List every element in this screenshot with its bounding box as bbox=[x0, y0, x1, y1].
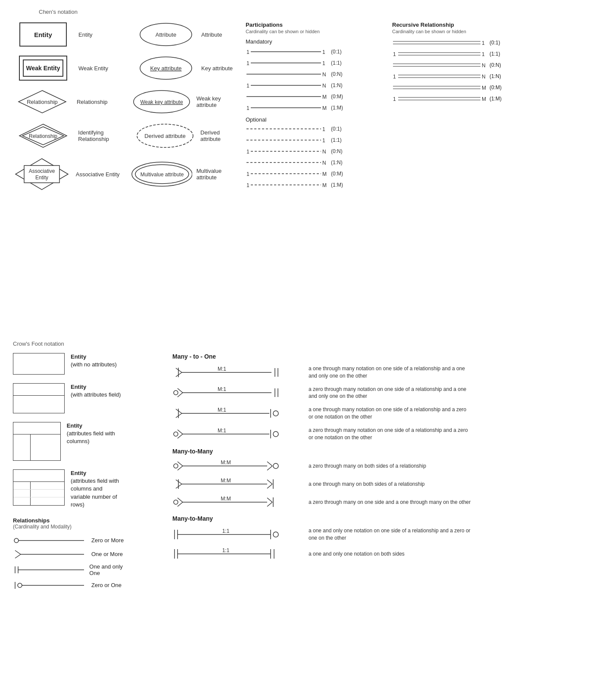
cf-entity-cols-label: Entity (attributes field with columns) bbox=[67, 422, 134, 446]
rel-label-one-only: One and only One bbox=[89, 563, 134, 576]
cf-entity-var bbox=[13, 469, 65, 506]
svg-line-75 bbox=[15, 554, 21, 558]
entity-shape: Entity bbox=[19, 22, 67, 47]
attribute-label: Attribute bbox=[201, 31, 222, 38]
rel-row-one-or-more: One or More bbox=[13, 550, 134, 559]
chens-row-identifying: Relationship Identifying Relationship De… bbox=[13, 122, 241, 149]
participations-section: Participations Cardinality can be shown … bbox=[246, 22, 384, 192]
svg-text:1: 1 bbox=[246, 49, 249, 55]
svg-text:N: N bbox=[482, 74, 486, 80]
part-row-1:1-mandatory: 1 1 (1:1) bbox=[246, 59, 384, 67]
svg-text:1: 1 bbox=[246, 171, 249, 177]
part-row-1:N-mandatory: 1 N (1:N) bbox=[246, 81, 384, 90]
crows-right-panel: Many - to - One M:1 bbox=[147, 353, 592, 594]
svg-point-118 bbox=[273, 463, 278, 469]
rel-section: Relationships (Cardinality and Modality)… bbox=[13, 517, 134, 590]
part-row-0:N-mandatory: N (0:N) bbox=[246, 70, 384, 78]
rec-row-0:N: N (0:N) bbox=[392, 61, 539, 69]
svg-line-97 bbox=[176, 409, 182, 413]
svg-point-81 bbox=[18, 583, 22, 588]
crows-left-panel: Entity (with no attributes) Entity (with… bbox=[13, 353, 134, 594]
svg-text:1: 1 bbox=[482, 51, 485, 57]
rel-row-zero-or-more: Zero or More bbox=[13, 536, 134, 545]
part-opt-row-1:M: 1 M (1:M) bbox=[246, 181, 384, 189]
m2m-desc-3: a zero through many on one side and a on… bbox=[309, 499, 471, 506]
rec-row-0:M: M (0:M) bbox=[392, 83, 539, 92]
one-only-icon bbox=[13, 565, 84, 575]
svg-text:N: N bbox=[322, 83, 326, 89]
svg-text:Weak key attribute: Weak key attribute bbox=[140, 99, 183, 105]
svg-line-112 bbox=[178, 462, 183, 466]
svg-point-127 bbox=[174, 500, 178, 504]
part-opt-row-0:1: 1 (0:1) bbox=[246, 125, 384, 133]
identifying-relationship-diamond: Relationship bbox=[17, 122, 69, 149]
key-attribute-ellipse: Key attribute bbox=[138, 55, 194, 81]
svg-text:N: N bbox=[322, 160, 326, 166]
rec-row-0:1: 1 (0:1) bbox=[392, 38, 539, 47]
part-row-0:1-mandatory: 1 1 (0:1) bbox=[246, 47, 384, 56]
svg-line-105 bbox=[178, 430, 183, 434]
entity-label: Entity bbox=[78, 31, 126, 38]
svg-point-90 bbox=[174, 391, 178, 395]
svg-line-124 bbox=[267, 480, 272, 484]
svg-text:1: 1 bbox=[322, 60, 325, 66]
cf-entity-cols bbox=[13, 422, 61, 461]
m2o-desc-2: a zero through many notation on one side… bbox=[309, 386, 472, 400]
weak-key-ellipse: Weak key attribute bbox=[131, 89, 192, 115]
m2o-desc-4: a zero through many notation on one side… bbox=[309, 427, 472, 441]
m2m-line-2: M:M bbox=[172, 478, 302, 490]
derived-attribute-label: Derived attribute bbox=[200, 129, 241, 142]
rel-row-one-only: One and only One bbox=[13, 563, 134, 576]
cf-entity-var-label: Entity (attributes field with columns an… bbox=[71, 469, 127, 509]
rel-label-zero-or-more: Zero or More bbox=[91, 537, 124, 544]
cf-entity-attr bbox=[13, 383, 65, 413]
m2o-row-2: M:1 a zero through many notation on one … bbox=[172, 386, 592, 400]
m2m-line-1: M:M bbox=[172, 460, 302, 472]
svg-text:M:M: M:M bbox=[221, 460, 231, 466]
svg-line-83 bbox=[176, 368, 182, 372]
svg-text:1: 1 bbox=[246, 149, 249, 155]
m2o-row-1: M:1 a one through many notation on one s… bbox=[172, 365, 592, 380]
rel-label-one-or-more: One or More bbox=[91, 551, 123, 557]
part-row-0:M-mandatory: M (0:M) bbox=[246, 92, 384, 101]
svg-text:1: 1 bbox=[246, 83, 249, 89]
svg-line-125 bbox=[267, 484, 272, 488]
m2o-line-4: M:1 bbox=[172, 428, 302, 440]
svg-point-104 bbox=[174, 432, 178, 436]
m2m-desc-2: a one through many on both sides of a re… bbox=[309, 481, 425, 488]
svg-text:N: N bbox=[322, 149, 326, 155]
chens-row-entity: Entity Entity Attribute Attribute bbox=[13, 22, 241, 47]
svg-text:M: M bbox=[482, 96, 486, 102]
one-or-more-icon bbox=[13, 550, 86, 559]
zero-or-more-icon bbox=[13, 536, 86, 545]
many-to-many-title: Many-to-Many bbox=[172, 448, 592, 455]
svg-point-72 bbox=[14, 538, 19, 543]
svg-text:M: M bbox=[322, 94, 327, 100]
associative-entity-shape: Associative Entity bbox=[14, 157, 70, 191]
svg-text:Attribute: Attribute bbox=[155, 31, 176, 38]
chens-row-associative: Associative Entity Associative Entity Mu… bbox=[13, 157, 241, 191]
svg-text:M:M: M:M bbox=[221, 478, 231, 484]
derived-attribute-ellipse: Derived attribute bbox=[135, 122, 195, 149]
svg-line-120 bbox=[176, 484, 182, 488]
svg-text:M:1: M:1 bbox=[218, 366, 226, 372]
cf-entity-simple bbox=[13, 353, 65, 375]
svg-text:1: 1 bbox=[393, 96, 396, 102]
svg-text:M: M bbox=[322, 171, 327, 177]
m2o-desc-1: a one through many notation on one side … bbox=[309, 365, 472, 380]
svg-text:1: 1 bbox=[393, 51, 396, 57]
1-1-desc-2: a one and only one notation on both side… bbox=[309, 550, 405, 558]
m2o-desc-3: a one through many notation on one side … bbox=[309, 406, 472, 421]
svg-text:1: 1 bbox=[246, 60, 249, 66]
svg-line-116 bbox=[267, 462, 272, 466]
svg-text:Key attribute: Key attribute bbox=[150, 65, 181, 72]
svg-line-92 bbox=[178, 393, 183, 397]
cf-entity-attr-row: Entity (with attributes field) bbox=[13, 383, 134, 413]
rel-sub: (Cardinality and Modality) bbox=[13, 524, 134, 530]
svg-text:Multivalue attribute: Multivalue attribute bbox=[140, 172, 184, 178]
cf-entity-attr-label: Entity (with attributes field) bbox=[71, 383, 121, 399]
chens-row-relationship: Relationship Relationship Weak key attri… bbox=[13, 89, 241, 115]
part-opt-row-1:N: N (1:N) bbox=[246, 158, 384, 167]
part-opt-row-0:N: 1 N (0:N) bbox=[246, 147, 384, 156]
m2o-line-2: M:1 bbox=[172, 387, 302, 399]
